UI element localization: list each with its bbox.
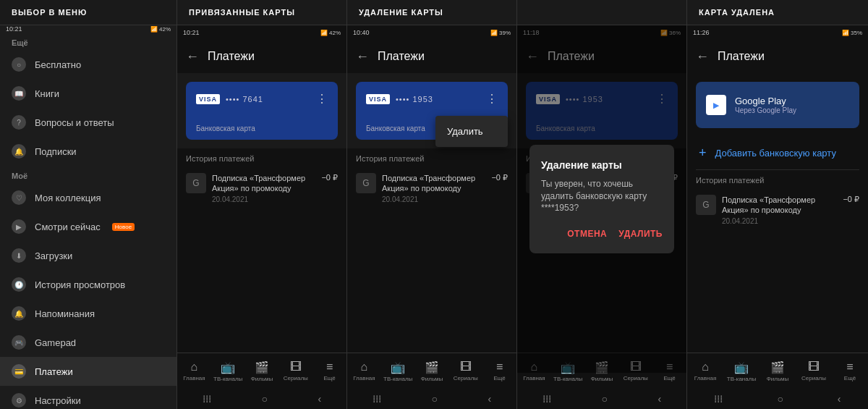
history-item-icon-3: G (356, 173, 376, 193)
card-menu-button-2[interactable]: ⋮ (316, 92, 328, 106)
history-date-2: 20.04.2021 (212, 195, 315, 203)
nav-tv-2[interactable]: 📺 ТВ-каналы (211, 360, 245, 382)
history-item-3-0: G Подписка «Трансформер Акция» по промок… (356, 169, 508, 208)
menu-item-qa[interactable]: ? Вопросы и ответы (0, 108, 176, 137)
nav-more-5[interactable]: ≡ Ещё (832, 360, 868, 381)
card-area-2: VISA •••• 7641 ⋮ Банковская карта (177, 73, 346, 148)
card-menu-button-3[interactable]: ⋮ (486, 92, 498, 106)
nav-series-3[interactable]: 🎞 Сериалы (448, 360, 482, 381)
card-type-2: Банковская карта (196, 125, 328, 132)
menu-item-subscriptions-label: Подписки (35, 146, 77, 157)
sys-nav-2: ⁞⁞⁞ ○ ‹ (177, 389, 346, 409)
sys-nav-4: ⁞⁞⁞ ○ ‹ (517, 389, 686, 409)
qa-icon: ? (12, 115, 26, 130)
settings-icon: ⚙ (12, 393, 26, 408)
section-header-confirm (517, 0, 687, 25)
menu-section-moe: Моё (0, 166, 176, 183)
sys-nav-3: ⁞⁞⁞ ○ ‹ (347, 389, 516, 409)
delete-dialog: Удаление карты Ты уверен, что хочешь уда… (529, 145, 674, 253)
back-button-5[interactable]: ← (696, 49, 709, 64)
back-button-3[interactable]: ← (356, 49, 369, 64)
nav-films-5[interactable]: 🎬 Фильмы (760, 360, 796, 382)
page-title-2: Платежи (208, 50, 338, 63)
dropdown-delete-item[interactable]: Удалить (435, 119, 508, 144)
card-brand-2: VISA (196, 94, 220, 104)
bottom-nav-5: ⌂ Главная 📺 ТВ-каналы 🎬 Фильмы 🎞 Сериалы… (687, 353, 868, 389)
nav-home-2[interactable]: ⌂ Главная (177, 360, 211, 381)
status-bar-5: 11:26 📶 35% (687, 25, 868, 40)
status-icons-3: 📶 39% (490, 30, 511, 36)
time-2: 10:21 (183, 29, 200, 36)
menu-item-books[interactable]: 📖 Книги (0, 79, 176, 108)
watch-icon: ▶ (12, 219, 26, 234)
free-icon: ○ (12, 57, 26, 72)
nav-more-2[interactable]: ≡ Ещё (312, 360, 346, 381)
payment-history-3: История платежей G Подписка «Трансформер… (347, 148, 516, 256)
status-icons-5: 📶 35% (842, 30, 862, 36)
history-item-icon-5: G (696, 195, 716, 215)
menu-item-subscriptions[interactable]: 🔔 Подписки (0, 137, 176, 166)
history-item-2-0: G Подписка «Трансформер Акция» по промок… (186, 169, 338, 208)
history-title-2: История платежей (186, 154, 338, 163)
card-number-3: •••• 1953 (396, 95, 433, 104)
nav-home-5[interactable]: ⌂ Главная (687, 360, 723, 381)
card-dropdown-menu: Удалить (435, 116, 508, 147)
add-card-icon: + (699, 146, 707, 161)
menu-item-books-label: Книги (35, 88, 59, 99)
add-card-button[interactable]: + Добавить банковскую карту (687, 137, 868, 169)
dialog-cancel-button[interactable]: ОТМЕНА (567, 226, 607, 242)
menu-item-downloads[interactable]: ⬇ Загрузки (0, 241, 176, 270)
history-title-5: История платежей (696, 176, 859, 185)
google-play-logo: ▶ (706, 95, 726, 115)
panel-delete-card: 10:40 📶 39% ← Платежи VISA •••• 1953 ⋮ Б… (347, 25, 517, 409)
history-icon: 🕐 (12, 277, 26, 292)
nav-films-2[interactable]: 🎬 Фильмы (245, 360, 279, 382)
nav-tv-5[interactable]: 📺 ТВ-каналы (723, 360, 760, 382)
nav-home-3[interactable]: ⌂ Главная (347, 360, 381, 381)
menu-item-gamepad[interactable]: 🎮 Gamepad (0, 328, 176, 357)
history-item-5-0: G Подписка «Трансформер Акция» по промок… (696, 190, 859, 229)
nav-series-5[interactable]: 🎞 Сериалы (796, 360, 832, 381)
status-bar-2: 10:21 📶 42% (177, 25, 346, 40)
payment-history-5: История платежей G Подписка «Трансформер… (687, 170, 868, 267)
gamepad-icon: 🎮 (12, 335, 26, 350)
menu-item-payments[interactable]: 💳 Платежи (0, 357, 176, 386)
menu-section-esche: Ещё (0, 33, 176, 50)
history-name-2: Подписка «Трансформер Акция» по промокод… (212, 173, 315, 194)
history-date-3: 20.04.2021 (382, 195, 485, 203)
gpay-name: Google Play (735, 96, 796, 106)
menu-item-free[interactable]: ○ Бесплатно (0, 50, 176, 79)
history-name-5: Подписка «Трансформер Акция» по промокод… (722, 195, 837, 216)
menu-item-free-label: Бесплатно (35, 59, 81, 70)
menu-item-history[interactable]: 🕐 История просмотров (0, 270, 176, 299)
downloads-icon: ⬇ (12, 248, 26, 263)
app-header-2: ← Платежи (177, 40, 346, 73)
history-date-5: 20.04.2021 (722, 217, 837, 225)
time-5: 11:26 (693, 29, 710, 36)
section-header-menu: ВЫБОР В МЕНЮ (0, 0, 177, 25)
history-item-icon-2: G (186, 173, 206, 193)
payment-card-2[interactable]: VISA •••• 7641 ⋮ Банковская карта (186, 82, 338, 140)
gpay-info: Google Play Через Google Play (735, 96, 796, 114)
nav-more-3[interactable]: ≡ Ещё (482, 360, 516, 381)
reminders-icon: 🔔 (12, 306, 26, 321)
app-header-3: ← Платежи (347, 40, 516, 73)
time-3: 10:40 (353, 29, 370, 36)
nav-films-3[interactable]: 🎬 Фильмы (415, 360, 449, 382)
page-title-5: Платежи (718, 50, 859, 63)
section-header-deleted: КАРТА УДАЛЕНА (687, 0, 868, 25)
menu-item-watch-now[interactable]: ▶ Смотри сейчас Новое (0, 212, 176, 241)
menu-item-collection[interactable]: ♡ Моя коллекция (0, 183, 176, 212)
status-bar-3: 10:40 📶 39% (347, 25, 516, 40)
google-pay-card[interactable]: ▶ Google Play Через Google Play (696, 82, 859, 128)
menu-item-settings[interactable]: ⚙ Настройки (0, 386, 176, 409)
menu-item-qa-label: Вопросы и ответы (35, 117, 114, 128)
back-button-2[interactable]: ← (186, 49, 199, 64)
bottom-nav-3: ⌂ Главная 📺 ТВ-каналы 🎬 Фильмы 🎞 Сериалы… (347, 353, 516, 389)
nav-series-2[interactable]: 🎞 Сериалы (278, 360, 312, 381)
dialog-confirm-delete-button[interactable]: УДАЛИТЬ (618, 226, 663, 242)
sys-nav-5: ⁞⁞⁞ ○ ‹ (687, 389, 868, 409)
nav-tv-3[interactable]: 📺 ТВ-каналы (381, 360, 415, 382)
card-number-2: •••• 7641 (226, 95, 263, 104)
menu-item-reminders[interactable]: 🔔 Напоминания (0, 299, 176, 328)
